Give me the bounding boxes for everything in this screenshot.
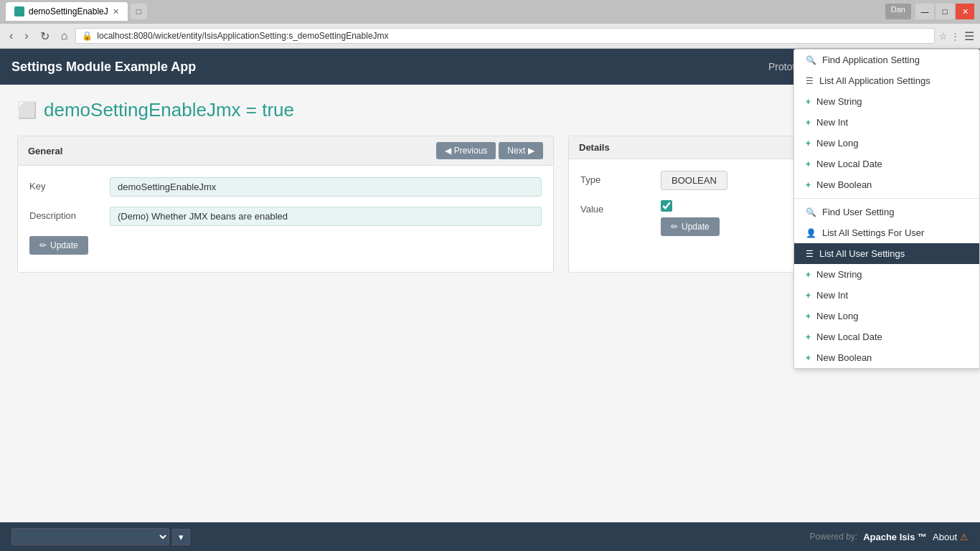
address-text: localhost:8080/wicket/entity/IsisApplica… bbox=[97, 31, 388, 41]
settings-dropdown-menu: 🔍 Find Application Setting ☰ List All Ap… bbox=[793, 49, 980, 369]
new-tab-btn[interactable]: □ bbox=[131, 4, 147, 19]
new-int-1-item[interactable]: + New Int bbox=[794, 112, 979, 133]
value-label: Value bbox=[580, 200, 652, 215]
list-all-settings-for-user-item[interactable]: 👤 List All Settings For User bbox=[794, 222, 979, 243]
type-label: Type bbox=[580, 171, 652, 185]
general-panel-title: General bbox=[28, 146, 62, 156]
general-update-button[interactable]: ✏ Update bbox=[29, 236, 88, 255]
tab-close-btn[interactable]: ✕ bbox=[113, 7, 119, 17]
list-all-app-settings-item[interactable]: ☰ List All Application Settings bbox=[794, 70, 979, 91]
new-long-2-item[interactable]: + New Long bbox=[794, 306, 979, 326]
plus-icon-2: + bbox=[806, 118, 811, 128]
new-local-date-2-item[interactable]: + New Local Date bbox=[794, 326, 979, 347]
find-user-setting-item[interactable]: 🔍 Find User Setting bbox=[794, 202, 979, 222]
new-boolean-2-item[interactable]: + New Boolean bbox=[794, 347, 979, 368]
previous-icon: ◀ bbox=[445, 146, 451, 156]
nav-right-icons: ☆ ⋮ bbox=[939, 31, 960, 42]
user-badge: Dan bbox=[885, 4, 911, 19]
footer-select[interactable] bbox=[11, 528, 169, 545]
panel-nav-buttons: ◀ Previous Next ▶ bbox=[436, 142, 543, 159]
app-title: Settings Module Example App bbox=[11, 60, 757, 75]
entity-icon: ⬜ bbox=[17, 101, 37, 120]
details-update-label: Update bbox=[682, 222, 710, 232]
back-button[interactable]: ‹ bbox=[6, 28, 17, 44]
type-right: BOOLEAN bbox=[661, 171, 727, 190]
new-local-date-1-item[interactable]: + New Local Date bbox=[794, 154, 979, 174]
value-right: ✏ Update bbox=[661, 200, 720, 236]
new-boolean-1-item[interactable]: + New Boolean bbox=[794, 174, 979, 195]
forward-button[interactable]: › bbox=[21, 28, 32, 44]
window-maximize-button[interactable]: □ bbox=[936, 4, 954, 19]
new-int-2-item[interactable]: + New Int bbox=[794, 285, 979, 306]
plus-icon-8: + bbox=[806, 311, 811, 321]
next-label: Next bbox=[507, 146, 525, 156]
bookmark-icon: ☆ bbox=[939, 31, 948, 42]
new-int-2-label: New Int bbox=[816, 290, 848, 301]
plus-icon-4: + bbox=[806, 159, 811, 169]
description-label: Description bbox=[29, 207, 101, 221]
list-all-user-settings-item[interactable]: ☰ List All User Settings bbox=[794, 243, 979, 264]
previous-button[interactable]: ◀ Previous bbox=[436, 142, 496, 159]
key-value: demoSettingEnableJmx bbox=[110, 177, 542, 197]
new-local-date-1-label: New Local Date bbox=[816, 159, 882, 169]
footer-left: ▾ bbox=[11, 528, 190, 545]
footer: ▾ Powered by: Apache Isis ™ About ⚠ bbox=[0, 522, 980, 551]
value-checkbox[interactable] bbox=[661, 200, 672, 212]
list-icon-1: ☰ bbox=[806, 76, 814, 86]
plus-icon-1: + bbox=[806, 97, 811, 107]
next-button[interactable]: Next ▶ bbox=[499, 142, 543, 159]
new-boolean-1-label: New Boolean bbox=[816, 179, 872, 190]
details-panel-title: Details bbox=[579, 142, 610, 153]
apache-isis-label: Apache Isis ™ bbox=[863, 532, 927, 542]
plus-icon-7: + bbox=[806, 291, 811, 301]
general-update-label: Update bbox=[50, 240, 78, 250]
window-close-button[interactable]: ✕ bbox=[956, 4, 974, 19]
new-long-1-label: New Long bbox=[816, 138, 859, 149]
footer-right: Powered by: Apache Isis ™ About ⚠ bbox=[809, 532, 969, 542]
search-icon-2: 🔍 bbox=[806, 207, 816, 217]
key-label: Key bbox=[29, 177, 101, 192]
description-row: Description (Demo) Whether JMX beans are… bbox=[29, 207, 542, 226]
new-long-2-label: New Long bbox=[816, 311, 859, 321]
window-minimize-button[interactable]: — bbox=[915, 4, 934, 19]
list-all-user-settings-label: List All User Settings bbox=[819, 248, 905, 259]
browser-menu-icon[interactable]: ☰ bbox=[964, 29, 974, 43]
new-local-date-2-label: New Local Date bbox=[816, 331, 882, 342]
browser-tab[interactable]: demoSettingEnableJ ✕ bbox=[6, 2, 128, 21]
window-controls: Dan — □ ✕ bbox=[885, 4, 974, 19]
home-button[interactable]: ⌂ bbox=[57, 28, 72, 44]
about-button[interactable]: About ⚠ bbox=[933, 532, 969, 542]
list-all-settings-for-user-label: List All Settings For User bbox=[822, 227, 924, 238]
warning-icon: ⚠ bbox=[960, 532, 969, 542]
search-icon: 🔍 bbox=[806, 55, 816, 65]
new-int-1-label: New Int bbox=[816, 117, 848, 128]
find-app-setting-item[interactable]: 🔍 Find Application Setting bbox=[794, 50, 979, 70]
footer-select-arrow[interactable]: ▾ bbox=[172, 529, 190, 545]
plus-icon-9: + bbox=[806, 332, 811, 342]
key-row: Key demoSettingEnableJmx bbox=[29, 177, 542, 197]
plus-icon-5: + bbox=[806, 180, 811, 190]
plus-icon-10: + bbox=[806, 353, 811, 363]
entity-title-text: demoSettingEnableJmx = true bbox=[44, 99, 294, 121]
new-boolean-2-label: New Boolean bbox=[816, 352, 872, 363]
browser-navbar: ‹ › ↻ ⌂ 🔒 localhost:8080/wicket/entity/I… bbox=[0, 23, 980, 49]
new-string-1-item[interactable]: + New String bbox=[794, 91, 979, 112]
user-icon-2: 👤 bbox=[806, 228, 816, 238]
plus-icon-3: + bbox=[806, 138, 811, 149]
new-string-2-label: New String bbox=[816, 269, 862, 280]
details-update-button[interactable]: ✏ Update bbox=[661, 217, 720, 236]
previous-label: Previous bbox=[454, 146, 488, 156]
lock-icon: 🔒 bbox=[82, 31, 93, 41]
details-edit-icon: ✏ bbox=[671, 222, 678, 232]
list-icon-2: ☰ bbox=[806, 249, 814, 259]
dropdown-divider bbox=[794, 198, 979, 199]
powered-by-label: Powered by: bbox=[809, 532, 857, 542]
new-string-2-item[interactable]: + New String bbox=[794, 264, 979, 285]
about-label: About bbox=[933, 532, 957, 542]
tab-title: demoSettingEnableJ bbox=[29, 6, 108, 17]
new-string-1-label: New String bbox=[816, 96, 862, 107]
reload-button[interactable]: ↻ bbox=[37, 28, 53, 44]
new-long-1-item[interactable]: + New Long bbox=[794, 133, 979, 154]
next-icon: ▶ bbox=[528, 146, 534, 156]
address-bar[interactable]: 🔒 localhost:8080/wicket/entity/IsisAppli… bbox=[75, 28, 935, 44]
